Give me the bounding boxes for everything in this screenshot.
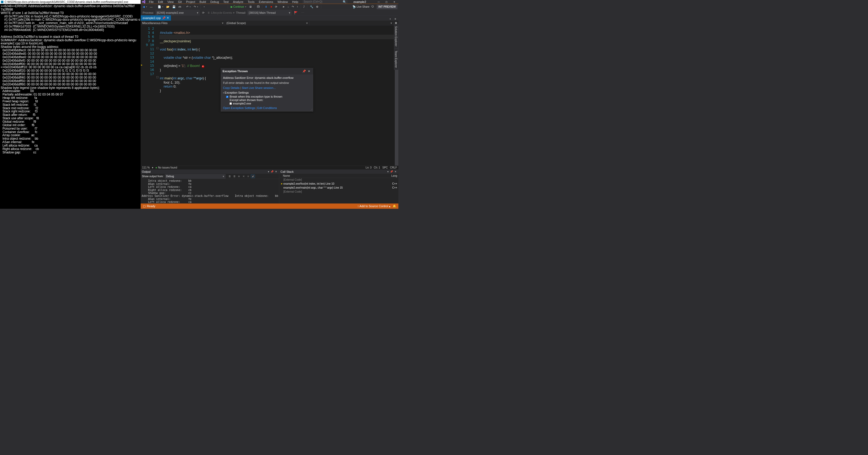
fold-toggle-icon[interactable]: -	[156, 76, 158, 78]
callstack-col-name[interactable]: Name	[283, 174, 391, 177]
panel-close-icon[interactable]: ✕	[275, 170, 278, 173]
save-button[interactable]: 💾	[171, 5, 177, 9]
copy-details-link[interactable]: Copy Details	[223, 86, 239, 89]
console-titlebar[interactable]: C:\MSDN\cpp-docs-pr\docs\c-language\ASAN…	[0, 0, 141, 4]
tab-overflow-icon[interactable]: ▾	[389, 17, 392, 21]
menu-test[interactable]: Test	[221, 0, 231, 4]
show-next-statement-button[interactable]: ➤	[281, 5, 286, 9]
tool-icon-3[interactable]: ⚙	[315, 5, 319, 9]
clear-icon[interactable]: ✕	[242, 175, 246, 178]
out-icon-3[interactable]: ≋	[237, 175, 241, 178]
exception-settings-toggle[interactable]: ▾Exception Settings	[223, 91, 311, 94]
output-text[interactable]: Intra object redzone: bb ASan internal: …	[141, 179, 279, 203]
panel-pin-icon[interactable]: 📌	[270, 170, 275, 173]
callstack-row[interactable]: [External Code]	[279, 178, 399, 182]
maximize-button[interactable]: ▢	[382, 0, 391, 4]
step-over-button[interactable]: ↷	[291, 5, 295, 9]
panel-close-icon[interactable]: ✕	[394, 170, 397, 173]
nav-member-combo[interactable]	[309, 21, 394, 25]
tool-icon-1[interactable]: ⤴	[302, 5, 306, 9]
save-all-button[interactable]: 🗃	[178, 5, 182, 9]
solution-explorer-tab[interactable]: Solution Explorer	[394, 24, 399, 49]
forward-button[interactable]: ▬	[149, 5, 154, 9]
fold-toggle-icon[interactable]: -	[156, 47, 158, 49]
menu-project[interactable]: Project	[184, 0, 197, 4]
menu-edit[interactable]: Edit	[156, 0, 165, 4]
tab-close-icon[interactable]: ✕	[167, 17, 169, 20]
stack-frame-icon[interactable]: ⋯	[300, 10, 305, 15]
except-module-checkbox[interactable]: example2.exe	[226, 102, 311, 105]
panel-dropdown-icon[interactable]: ▾	[386, 170, 389, 173]
close-button[interactable]: ✕	[391, 0, 399, 4]
search-input[interactable]	[304, 0, 343, 3]
team-explorer-tab[interactable]: Team Explorer	[394, 49, 399, 70]
tab-settings-icon[interactable]: ⚙	[394, 17, 397, 21]
search-box[interactable]: 🔍	[303, 0, 347, 3]
restart-button[interactable]: ⟳	[274, 5, 279, 9]
spaces-indicator[interactable]: SPC	[382, 166, 388, 169]
redo-button[interactable]: ↷	[193, 5, 199, 9]
step-out-button[interactable]: ↑	[296, 5, 299, 9]
no-issues-indicator[interactable]: ●No issues found	[155, 166, 177, 169]
pin-icon[interactable]: 📌	[162, 17, 166, 20]
tab-example2[interactable]: example2.cpp 📌 ✕	[141, 15, 171, 21]
out-icon-4[interactable]: ≡	[246, 175, 250, 178]
console-output[interactable]: ==6248==ERROR: AddressSanitizer: dynamic…	[0, 4, 141, 154]
windows-icon[interactable]: 🗔	[256, 5, 261, 9]
vs-logo-icon[interactable]	[141, 0, 147, 4]
continue-button[interactable]: ▶Continue	[229, 5, 247, 9]
menu-extensions[interactable]: Extensions	[256, 0, 275, 4]
callstack-row[interactable]: example2.exe!main(int argc, char * * arg…	[279, 186, 399, 190]
minimize-button[interactable]: —	[375, 0, 382, 4]
menu-git[interactable]: Git	[176, 0, 184, 4]
out-icon-2[interactable]: ≣	[232, 175, 237, 178]
process-cycle-icon[interactable]: ⟳	[201, 10, 206, 15]
step-into-button[interactable]: ↓	[286, 5, 290, 9]
menu-debug[interactable]: Debug	[208, 0, 221, 4]
line-indicator[interactable]: Ln: 3	[366, 166, 372, 169]
zoom-level[interactable]: 111 %	[142, 166, 150, 169]
edit-conditions-link[interactable]: Edit Conditions	[257, 106, 277, 110]
callstack-col-lang[interactable]: Lang	[391, 174, 397, 177]
wrap-icon[interactable]: ↲	[251, 175, 255, 178]
pause-button[interactable]: ⏸	[264, 5, 269, 9]
panel-pin-icon[interactable]: 📌	[389, 170, 394, 173]
thread-flag-icon[interactable]: 🚩	[293, 10, 299, 15]
menu-tools[interactable]: Tools	[245, 0, 256, 4]
feedback-icon[interactable]: 🗨	[370, 5, 375, 9]
thread-combo[interactable]: [38316] Main Thread	[248, 10, 292, 15]
start-live-share-link[interactable]: Start Live Share session...	[242, 86, 276, 89]
back-button[interactable]: ◀	[142, 5, 148, 9]
nav-project-combo[interactable]: Miscellaneous Files	[141, 21, 225, 25]
char-indicator[interactable]: Ch: 1	[374, 166, 380, 169]
config-combo[interactable]	[202, 5, 226, 8]
process-combo[interactable]: [6248] example2.exe	[155, 10, 199, 15]
out-icon-1[interactable]: ≣	[228, 175, 232, 178]
popup-pin-icon[interactable]: 📌	[302, 69, 307, 73]
debug-target-icon[interactable]: 🖥	[248, 5, 253, 9]
menu-help[interactable]: Help	[290, 0, 301, 4]
resize-grip-icon[interactable]: ⋰	[310, 108, 313, 111]
error-icon[interactable]: ✕	[202, 65, 204, 68]
undo-button[interactable]: ↶	[185, 5, 192, 9]
menu-build[interactable]: Build	[197, 0, 208, 4]
callstack-row[interactable]: ➤example2.exe!foo(int index, int len) Li…	[279, 182, 399, 186]
callstack-rows[interactable]: [External Code] ➤example2.exe!foo(int in…	[279, 178, 399, 203]
tool-icon-2[interactable]: 🔧	[309, 5, 314, 9]
stop-button[interactable]: ■	[269, 5, 273, 9]
break-on-throw-checkbox[interactable]: Break when this exception type is thrown	[226, 95, 311, 98]
source-control-button[interactable]: ↑ Add to Source Control ▴	[358, 204, 391, 208]
fold-margin[interactable]: - -	[156, 25, 159, 166]
open-exception-settings-link[interactable]: Open Exception Settings	[223, 106, 255, 110]
menu-view[interactable]: View	[165, 0, 176, 4]
menu-file[interactable]: File	[147, 0, 156, 4]
new-button[interactable]: 📄	[157, 5, 164, 9]
open-button[interactable]: 📂	[165, 5, 171, 9]
output-source-combo[interactable]: Debug	[165, 174, 226, 178]
popup-close-icon[interactable]: ✕	[307, 69, 312, 73]
callstack-row[interactable]: [External Code]	[279, 190, 399, 194]
glyph-margin[interactable]: ➤	[141, 25, 143, 166]
live-share-button[interactable]: 📡Live Share	[352, 5, 369, 8]
notifications-icon[interactable]: 🔔	[393, 204, 396, 208]
menu-analyze[interactable]: Analyze	[231, 0, 246, 4]
